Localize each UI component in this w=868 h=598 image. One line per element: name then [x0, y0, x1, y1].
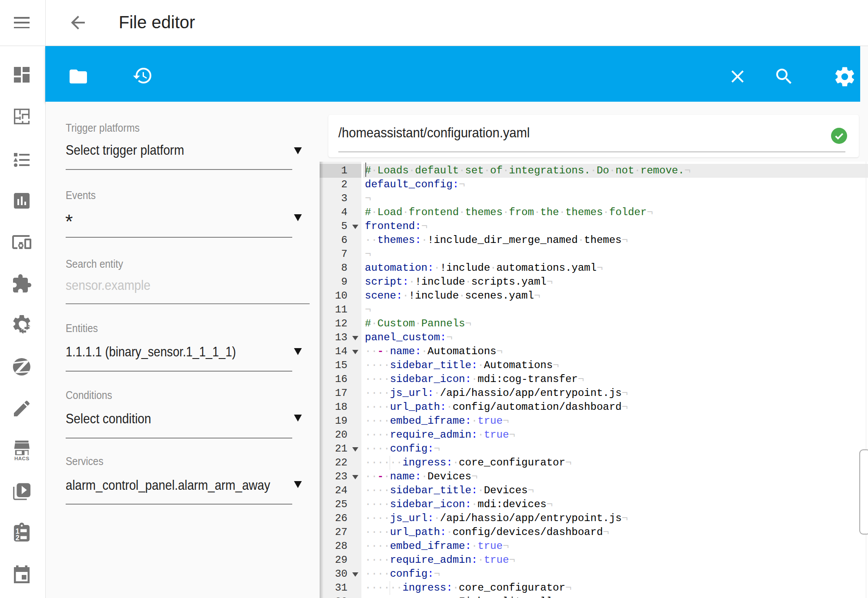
svg-text:1: 1 — [16, 528, 20, 535]
svg-text:HACS: HACS — [14, 455, 29, 461]
svg-text:2: 2 — [16, 534, 20, 542]
